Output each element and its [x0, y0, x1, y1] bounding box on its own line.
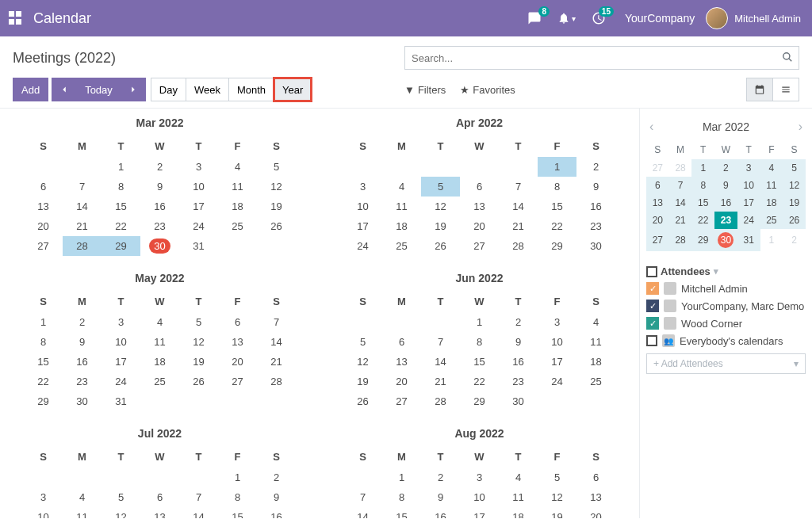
day-cell[interactable]: 21 — [63, 216, 102, 236]
day-cell[interactable]: 10 — [102, 332, 140, 352]
search-input[interactable] — [404, 46, 799, 70]
day-cell[interactable] — [63, 467, 102, 487]
day-cell[interactable]: 11 — [218, 177, 257, 197]
day-cell[interactable]: 4 — [140, 312, 179, 332]
day-cell[interactable]: 3 — [343, 177, 382, 197]
day-cell[interactable] — [24, 467, 63, 487]
day-cell[interactable]: 19 — [257, 197, 296, 216]
day-cell[interactable]: 14 — [499, 197, 538, 216]
activities-icon[interactable]: 15 — [592, 11, 606, 25]
day-cell[interactable]: 20 — [460, 216, 499, 236]
side-prev-month[interactable]: ‹ — [646, 116, 657, 137]
mini-day-cell[interactable]: 11 — [760, 177, 783, 194]
day-cell[interactable]: 14 — [343, 507, 382, 518]
day-cell[interactable]: 18 — [140, 352, 179, 372]
mini-day-cell[interactable]: 8 — [691, 177, 714, 194]
day-cell[interactable] — [538, 391, 576, 411]
attendees-header[interactable]: Attendees ▾ — [646, 265, 806, 277]
mini-day-cell[interactable]: 2 — [714, 159, 737, 177]
day-cell[interactable]: 30 — [140, 236, 179, 256]
attendee-checkbox[interactable] — [646, 335, 657, 346]
day-cell[interactable]: 18 — [499, 507, 538, 518]
mini-day-cell[interactable]: 2 — [783, 229, 806, 251]
day-cell[interactable] — [218, 236, 257, 256]
day-cell[interactable]: 15 — [24, 352, 63, 372]
attendee-checkbox[interactable]: ✓ — [646, 317, 659, 330]
day-cell[interactable]: 25 — [140, 372, 179, 391]
mini-day-cell[interactable]: 17 — [737, 194, 760, 212]
day-cell[interactable]: 26 — [421, 236, 460, 256]
day-cell[interactable]: 21 — [421, 372, 460, 391]
day-cell[interactable]: 13 — [140, 507, 179, 518]
attendees-master-checkbox[interactable] — [646, 266, 657, 277]
search-icon[interactable] — [782, 52, 793, 63]
mini-day-cell[interactable]: 18 — [760, 194, 783, 212]
mini-day-cell[interactable]: 28 — [669, 229, 692, 251]
day-cell[interactable]: 9 — [576, 177, 615, 197]
day-cell[interactable]: 3 — [460, 467, 499, 487]
add-button[interactable]: Add — [13, 78, 48, 101]
messages-icon[interactable]: 8 — [527, 11, 542, 25]
day-cell[interactable] — [179, 391, 218, 411]
day-cell[interactable]: 23 — [63, 372, 102, 391]
day-cell[interactable]: 7 — [421, 332, 460, 352]
day-cell[interactable]: 28 — [421, 391, 460, 411]
attendee-row[interactable]: 👥Everybody's calendars — [646, 334, 806, 347]
day-cell[interactable]: 23 — [499, 372, 538, 391]
day-cell[interactable]: 14 — [179, 507, 218, 518]
day-cell[interactable]: 13 — [460, 197, 499, 216]
day-cell[interactable]: 16 — [140, 197, 179, 216]
day-cell[interactable]: 29 — [102, 236, 140, 256]
mini-day-cell[interactable]: 28 — [669, 159, 692, 177]
day-cell[interactable]: 22 — [460, 372, 499, 391]
day-cell[interactable]: 7 — [257, 312, 296, 332]
day-cell[interactable]: 16 — [63, 352, 102, 372]
day-cell[interactable]: 3 — [179, 157, 218, 177]
day-cell[interactable]: 22 — [24, 372, 63, 391]
day-cell[interactable]: 23 — [140, 216, 179, 236]
mini-day-cell[interactable]: 20 — [646, 212, 669, 229]
day-cell[interactable]: 19 — [538, 507, 576, 518]
day-cell[interactable]: 8 — [460, 332, 499, 352]
day-cell[interactable]: 30 — [63, 391, 102, 411]
day-cell[interactable]: 5 — [343, 332, 382, 352]
day-cell[interactable]: 1 — [218, 467, 257, 487]
mini-day-cell[interactable]: 1 — [760, 229, 783, 251]
day-cell[interactable]: 5 — [538, 467, 576, 487]
day-cell[interactable]: 26 — [179, 372, 218, 391]
day-cell[interactable]: 2 — [257, 467, 296, 487]
attendee-checkbox[interactable]: ✓ — [646, 282, 659, 295]
day-cell[interactable]: 11 — [140, 332, 179, 352]
bell-icon[interactable]: ▾ — [557, 12, 576, 25]
next-button[interactable] — [121, 78, 146, 101]
day-cell[interactable] — [102, 467, 140, 487]
day-cell[interactable]: 25 — [218, 216, 257, 236]
day-cell[interactable]: 3 — [538, 312, 576, 332]
day-cell[interactable]: 23 — [576, 216, 615, 236]
day-cell[interactable]: 5 — [421, 177, 460, 197]
mini-day-cell[interactable]: 19 — [783, 194, 806, 212]
day-cell[interactable] — [140, 467, 179, 487]
mini-day-cell[interactable]: 21 — [669, 212, 692, 229]
mini-day-cell[interactable]: 22 — [691, 212, 714, 229]
day-cell[interactable]: 13 — [382, 352, 421, 372]
day-cell[interactable]: 9 — [257, 487, 296, 507]
day-cell[interactable]: 10 — [343, 197, 382, 216]
day-cell[interactable] — [499, 157, 538, 177]
day-cell[interactable] — [343, 467, 382, 487]
day-cell[interactable]: 27 — [460, 236, 499, 256]
view-day-button[interactable]: Day — [151, 78, 186, 101]
day-cell[interactable]: 10 — [538, 332, 576, 352]
day-cell[interactable]: 1 — [102, 157, 140, 177]
company-selector[interactable]: YourCompany — [625, 12, 695, 25]
day-cell[interactable]: 15 — [460, 352, 499, 372]
day-cell[interactable]: 12 — [257, 177, 296, 197]
day-cell[interactable]: 8 — [24, 332, 63, 352]
favorites-dropdown[interactable]: ★ Favorites — [460, 78, 515, 101]
day-cell[interactable]: 31 — [102, 391, 140, 411]
day-cell[interactable]: 11 — [382, 197, 421, 216]
mini-day-cell[interactable]: 25 — [760, 212, 783, 229]
day-cell[interactable] — [343, 312, 382, 332]
day-cell[interactable]: 19 — [421, 216, 460, 236]
day-cell[interactable]: 9 — [63, 332, 102, 352]
